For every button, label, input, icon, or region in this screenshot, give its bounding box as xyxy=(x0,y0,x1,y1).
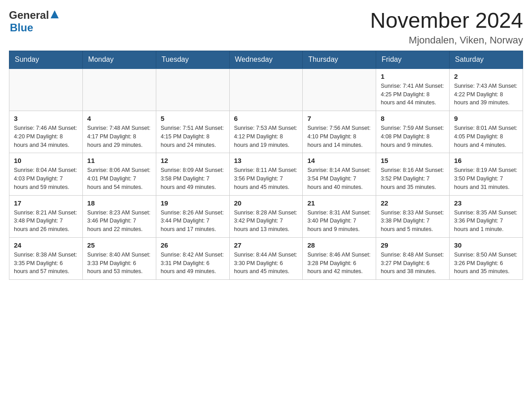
calendar-week-row: 3Sunrise: 7:46 AM Sunset: 4:20 PM Daylig… xyxy=(9,111,523,153)
calendar-cell: 26Sunrise: 8:42 AM Sunset: 3:31 PM Dayli… xyxy=(156,237,229,279)
day-number: 4 xyxy=(87,115,151,122)
day-info: Sunrise: 8:14 AM Sunset: 3:54 PM Dayligh… xyxy=(307,166,371,191)
day-info: Sunrise: 7:48 AM Sunset: 4:17 PM Dayligh… xyxy=(87,124,151,149)
calendar-week-row: 17Sunrise: 8:21 AM Sunset: 3:48 PM Dayli… xyxy=(9,195,523,237)
calendar-cell: 5Sunrise: 7:51 AM Sunset: 4:15 PM Daylig… xyxy=(156,111,229,153)
calendar-cell: 4Sunrise: 7:48 AM Sunset: 4:17 PM Daylig… xyxy=(82,111,156,153)
calendar-cell: 30Sunrise: 8:50 AM Sunset: 3:26 PM Dayli… xyxy=(450,237,523,279)
calendar-cell: 12Sunrise: 8:09 AM Sunset: 3:58 PM Dayli… xyxy=(156,153,229,195)
calendar-week-row: 10Sunrise: 8:04 AM Sunset: 4:03 PM Dayli… xyxy=(9,153,523,195)
day-number: 3 xyxy=(14,115,78,122)
day-number: 10 xyxy=(14,157,78,164)
day-info: Sunrise: 8:11 AM Sunset: 3:56 PM Dayligh… xyxy=(234,166,298,191)
calendar-cell: 1Sunrise: 7:41 AM Sunset: 4:25 PM Daylig… xyxy=(376,68,450,111)
day-number: 19 xyxy=(161,199,225,207)
day-info: Sunrise: 7:43 AM Sunset: 4:22 PM Dayligh… xyxy=(454,82,518,107)
calendar-cell: 10Sunrise: 8:04 AM Sunset: 4:03 PM Dayli… xyxy=(9,153,83,195)
calendar-cell: 22Sunrise: 8:33 AM Sunset: 3:38 PM Dayli… xyxy=(376,195,450,237)
day-number: 27 xyxy=(234,241,298,249)
day-info: Sunrise: 7:41 AM Sunset: 4:25 PM Dayligh… xyxy=(381,82,445,107)
day-info: Sunrise: 8:06 AM Sunset: 4:01 PM Dayligh… xyxy=(87,166,151,191)
day-number: 17 xyxy=(14,199,78,207)
day-info: Sunrise: 7:51 AM Sunset: 4:15 PM Dayligh… xyxy=(161,124,225,149)
day-number: 14 xyxy=(307,157,371,164)
day-number: 16 xyxy=(454,157,518,164)
weekday-header: Wednesday xyxy=(229,51,303,68)
weekday-header: Saturday xyxy=(450,51,523,68)
calendar-week-row: 1Sunrise: 7:41 AM Sunset: 4:25 PM Daylig… xyxy=(9,68,523,111)
calendar-cell xyxy=(303,68,376,111)
day-number: 9 xyxy=(454,115,518,122)
calendar-cell: 15Sunrise: 8:16 AM Sunset: 3:52 PM Dayli… xyxy=(376,153,450,195)
calendar-cell xyxy=(229,68,303,111)
weekday-header: Sunday xyxy=(9,51,83,68)
day-number: 30 xyxy=(454,241,518,249)
calendar-cell: 8Sunrise: 7:59 AM Sunset: 4:08 PM Daylig… xyxy=(376,111,450,153)
calendar-subtitle: Mjondalen, Viken, Norway xyxy=(370,34,523,46)
calendar-cell: 19Sunrise: 8:26 AM Sunset: 3:44 PM Dayli… xyxy=(156,195,229,237)
calendar-cell: 23Sunrise: 8:35 AM Sunset: 3:36 PM Dayli… xyxy=(450,195,523,237)
day-number: 21 xyxy=(307,199,371,207)
weekday-header-row: SundayMondayTuesdayWednesdayThursdayFrid… xyxy=(9,51,523,68)
day-info: Sunrise: 8:23 AM Sunset: 3:46 PM Dayligh… xyxy=(87,209,151,234)
calendar-cell: 2Sunrise: 7:43 AM Sunset: 4:22 PM Daylig… xyxy=(450,68,523,111)
day-number: 26 xyxy=(161,241,225,249)
day-number: 12 xyxy=(161,157,225,164)
page-header: General Blue November 2024 Mjondalen, Vi… xyxy=(9,9,523,46)
calendar-cell: 11Sunrise: 8:06 AM Sunset: 4:01 PM Dayli… xyxy=(82,153,156,195)
calendar-cell: 20Sunrise: 8:28 AM Sunset: 3:42 PM Dayli… xyxy=(229,195,303,237)
day-number: 6 xyxy=(234,115,298,122)
day-info: Sunrise: 8:19 AM Sunset: 3:50 PM Dayligh… xyxy=(454,166,518,191)
calendar-title: November 2024 xyxy=(370,9,523,33)
weekday-header: Tuesday xyxy=(156,51,229,68)
day-info: Sunrise: 8:40 AM Sunset: 3:33 PM Dayligh… xyxy=(87,251,151,276)
logo: General Blue xyxy=(9,9,59,34)
day-number: 22 xyxy=(381,199,445,207)
day-info: Sunrise: 8:48 AM Sunset: 3:27 PM Dayligh… xyxy=(381,251,445,276)
weekday-header: Monday xyxy=(82,51,156,68)
day-info: Sunrise: 8:09 AM Sunset: 3:58 PM Dayligh… xyxy=(161,166,225,191)
calendar-cell xyxy=(82,68,156,111)
day-info: Sunrise: 7:59 AM Sunset: 4:08 PM Dayligh… xyxy=(381,124,445,149)
day-info: Sunrise: 7:53 AM Sunset: 4:12 PM Dayligh… xyxy=(234,124,298,149)
day-number: 18 xyxy=(87,199,151,207)
calendar-cell: 7Sunrise: 7:56 AM Sunset: 4:10 PM Daylig… xyxy=(303,111,376,153)
day-info: Sunrise: 8:44 AM Sunset: 3:30 PM Dayligh… xyxy=(234,251,298,276)
calendar-cell: 21Sunrise: 8:31 AM Sunset: 3:40 PM Dayli… xyxy=(303,195,376,237)
calendar-cell: 18Sunrise: 8:23 AM Sunset: 3:46 PM Dayli… xyxy=(82,195,156,237)
calendar-cell: 17Sunrise: 8:21 AM Sunset: 3:48 PM Dayli… xyxy=(9,195,83,237)
calendar-table: SundayMondayTuesdayWednesdayThursdayFrid… xyxy=(9,51,523,280)
day-number: 13 xyxy=(234,157,298,164)
weekday-header: Friday xyxy=(376,51,450,68)
day-info: Sunrise: 8:04 AM Sunset: 4:03 PM Dayligh… xyxy=(14,166,78,191)
calendar-cell: 9Sunrise: 8:01 AM Sunset: 4:05 PM Daylig… xyxy=(450,111,523,153)
day-number: 29 xyxy=(381,241,445,249)
day-number: 5 xyxy=(161,115,225,122)
day-info: Sunrise: 8:42 AM Sunset: 3:31 PM Dayligh… xyxy=(161,251,225,276)
day-number: 8 xyxy=(381,115,445,122)
logo-blue-text: Blue xyxy=(10,21,33,34)
calendar-cell: 3Sunrise: 7:46 AM Sunset: 4:20 PM Daylig… xyxy=(9,111,83,153)
day-info: Sunrise: 8:16 AM Sunset: 3:52 PM Dayligh… xyxy=(381,166,445,191)
calendar-cell: 6Sunrise: 7:53 AM Sunset: 4:12 PM Daylig… xyxy=(229,111,303,153)
day-info: Sunrise: 8:01 AM Sunset: 4:05 PM Dayligh… xyxy=(454,124,518,149)
calendar-cell: 27Sunrise: 8:44 AM Sunset: 3:30 PM Dayli… xyxy=(229,237,303,279)
day-info: Sunrise: 7:46 AM Sunset: 4:20 PM Dayligh… xyxy=(14,124,78,149)
day-info: Sunrise: 8:31 AM Sunset: 3:40 PM Dayligh… xyxy=(307,209,371,234)
day-info: Sunrise: 8:35 AM Sunset: 3:36 PM Dayligh… xyxy=(454,209,518,234)
day-info: Sunrise: 8:21 AM Sunset: 3:48 PM Dayligh… xyxy=(14,209,78,234)
calendar-cell xyxy=(156,68,229,111)
logo-general-text: General xyxy=(9,9,49,21)
day-info: Sunrise: 8:50 AM Sunset: 3:26 PM Dayligh… xyxy=(454,251,518,276)
calendar-cell: 13Sunrise: 8:11 AM Sunset: 3:56 PM Dayli… xyxy=(229,153,303,195)
title-section: November 2024 Mjondalen, Viken, Norway xyxy=(370,9,523,46)
day-number: 24 xyxy=(14,241,78,249)
day-number: 1 xyxy=(381,73,445,80)
day-info: Sunrise: 8:26 AM Sunset: 3:44 PM Dayligh… xyxy=(161,209,225,234)
calendar-cell: 28Sunrise: 8:46 AM Sunset: 3:28 PM Dayli… xyxy=(303,237,376,279)
day-info: Sunrise: 8:38 AM Sunset: 3:35 PM Dayligh… xyxy=(14,251,78,276)
calendar-cell: 24Sunrise: 8:38 AM Sunset: 3:35 PM Dayli… xyxy=(9,237,83,279)
day-number: 20 xyxy=(234,199,298,207)
calendar-cell: 16Sunrise: 8:19 AM Sunset: 3:50 PM Dayli… xyxy=(450,153,523,195)
svg-marker-0 xyxy=(51,10,59,18)
